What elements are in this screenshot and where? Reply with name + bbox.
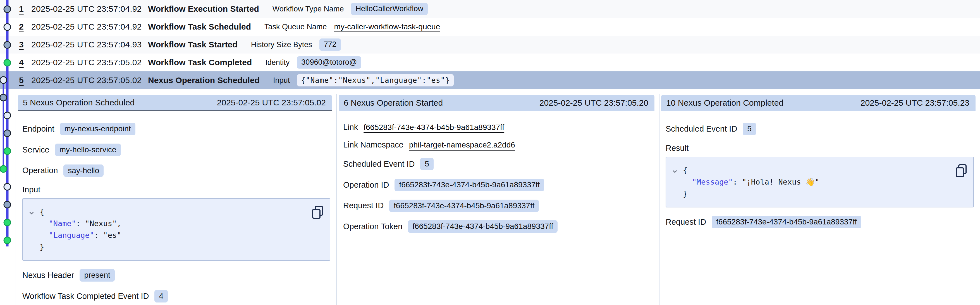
event-row[interactable]: 5 2025-02-25 UTC 23:57:05.02 Nexus Opera… — [0, 71, 980, 89]
detail-field-value: my-nexus-endpoint — [60, 123, 135, 135]
detail-field-value-link[interactable]: phil-target-namespace2.a2dd6 — [409, 141, 515, 149]
event-timestamp: 2025-02-25 UTC 23:57:04.92 — [31, 22, 148, 32]
json-token — [683, 178, 692, 186]
event-row[interactable]: 4 2025-02-25 UTC 23:57:05.02 Workflow Ta… — [0, 54, 980, 71]
event-detail-panel: 6 Nexus Operation Started 2025-02-25 UTC… — [336, 94, 659, 305]
detail-field: Nexus Headerpresent — [22, 269, 330, 281]
event-detail-header[interactable]: 6 Nexus Operation Started 2025-02-25 UTC… — [339, 95, 654, 111]
event-field-value: HelloCallerWorkflow — [351, 3, 428, 15]
event-dot-started[interactable] — [4, 130, 11, 137]
event-name: Workflow Task Completed — [148, 58, 252, 67]
event-id-link[interactable]: 2 — [19, 22, 31, 32]
event-field-value: 30960@totoro@ — [297, 56, 361, 69]
event-field-label: Task Queue Name — [264, 22, 327, 31]
event-list: 1 2025-02-25 UTC 23:57:04.92 Workflow Ex… — [0, 0, 980, 89]
json-token: { — [683, 166, 687, 174]
detail-field-label: Scheduled Event ID — [666, 124, 737, 134]
detail-field: Request IDf665283f-743e-4374-b45b-9a61a8… — [666, 216, 974, 228]
event-row[interactable]: 3 2025-02-25 UTC 23:57:04.93 Workflow Ta… — [0, 36, 980, 54]
collapse-chevron-icon[interactable] — [671, 168, 678, 175]
detail-field-label: Operation ID — [343, 180, 389, 190]
detail-field-label: Operation Token — [343, 222, 402, 231]
detail-field-label: Workflow Task Completed Event ID — [22, 292, 149, 301]
json-code-line: "Name": "Nexus", — [28, 218, 310, 229]
event-dot-scheduled[interactable] — [0, 77, 7, 83]
json-token: : "¡Hola! Nexus 👋" — [733, 178, 819, 186]
event-detail-body: Scheduled Event ID5Result{ "Message": "¡… — [661, 111, 975, 228]
json-token: } — [683, 189, 687, 198]
json-code-line: "Language": "es" — [28, 229, 310, 241]
event-dot-completed[interactable] — [4, 219, 11, 226]
event-dot-completed[interactable] — [4, 148, 11, 155]
detail-field-value: 5 — [743, 123, 756, 135]
event-detail-timestamp: 2025-02-25 UTC 23:57:05.20 — [539, 98, 648, 107]
event-field-value-link[interactable]: my-caller-workflow-task-queue — [334, 22, 440, 31]
event-id-link[interactable]: 3 — [19, 40, 31, 49]
event-field-label: History Size Bytes — [251, 40, 312, 49]
detail-field: Endpointmy-nexus-endpoint — [22, 123, 330, 135]
json-code-block: { "Name": "Nexus", "Language": "es"} — [22, 198, 330, 261]
event-dot-scheduled[interactable] — [4, 183, 11, 190]
json-token: } — [40, 243, 44, 251]
event-field-label: Identity — [265, 58, 290, 67]
event-dot-started[interactable] — [4, 201, 11, 208]
event-dot-started[interactable] — [0, 94, 7, 101]
event-id-link[interactable]: 4 — [19, 58, 31, 67]
event-dot-started[interactable] — [4, 6, 11, 13]
event-detail-title: 6 Nexus Operation Started — [344, 98, 443, 107]
detail-field: Workflow Task Completed Event ID4 — [22, 290, 330, 302]
event-dot-completed[interactable] — [4, 237, 11, 244]
detail-field-label: Request ID — [343, 201, 383, 210]
json-code-block: { "Message": "¡Hola! Nexus 👋"} — [666, 157, 974, 207]
event-field-label: Workflow Type Name — [272, 5, 344, 13]
detail-field-label: Input — [22, 185, 40, 194]
detail-field-value: say-hello — [64, 164, 103, 177]
detail-field-label: Nexus Header — [22, 271, 74, 280]
copy-icon[interactable] — [955, 164, 968, 178]
event-detail-header[interactable]: 10 Nexus Operation Completed 2025-02-25 … — [661, 95, 975, 111]
detail-field-value-link[interactable]: f665283f-743e-4374-b45b-9a61a89337ff — [364, 123, 504, 132]
detail-field-value: my-hello-service — [55, 144, 121, 156]
detail-field-label: Service — [22, 145, 49, 155]
json-token: : "Nexus", — [76, 219, 121, 228]
event-name: Workflow Execution Started — [148, 4, 259, 14]
json-code-line: { — [28, 206, 310, 218]
event-dot-started[interactable] — [4, 41, 11, 48]
detail-field-value: 5 — [420, 158, 434, 170]
detail-field-label: Endpoint — [22, 124, 54, 134]
detail-field-value: f665283f-743e-4374-b45b-9a61a89337ff — [408, 220, 558, 233]
event-dot-completed[interactable] — [0, 166, 7, 172]
json-token — [40, 231, 49, 240]
detail-field: Operationsay-hello — [22, 164, 330, 177]
detail-field: Linkf665283f-743e-4374-b45b-9a61a89337ff — [343, 123, 653, 132]
event-dot-scheduled[interactable] — [4, 112, 11, 119]
event-detail-timestamp: 2025-02-25 UTC 23:57:05.02 — [217, 98, 326, 107]
json-code-line: { — [671, 164, 954, 176]
event-id-link[interactable]: 1 — [19, 4, 31, 14]
json-code-line: } — [28, 241, 310, 253]
event-id-link[interactable]: 5 — [19, 76, 31, 85]
event-field-value: {"Name":"Nexus","Language":"es"} — [297, 74, 454, 87]
detail-field-value: f665283f-743e-4374-b45b-9a61a89337ff — [712, 216, 861, 228]
detail-field-label: Operation — [22, 166, 58, 175]
event-field-value: 772 — [320, 38, 341, 51]
detail-field: Scheduled Event ID5 — [343, 158, 653, 170]
event-field-label: Input — [273, 76, 290, 85]
event-row[interactable]: 2 2025-02-25 UTC 23:57:04.92 Workflow Ta… — [0, 18, 980, 36]
event-detail-title: 10 Nexus Operation Completed — [666, 98, 783, 107]
event-detail-body: Linkf665283f-743e-4374-b45b-9a61a89337ff… — [339, 111, 654, 233]
event-detail-header[interactable]: 5 Nexus Operation Scheduled 2025-02-25 U… — [18, 95, 332, 111]
detail-field: Request IDf665283f-743e-4374-b45b-9a61a8… — [343, 200, 653, 212]
json-code-line: } — [671, 188, 954, 200]
json-key: "Language" — [49, 231, 94, 240]
event-dot-scheduled[interactable] — [4, 24, 11, 30]
collapse-chevron-icon[interactable] — [28, 209, 35, 217]
detail-field: Scheduled Event ID5 — [666, 123, 974, 135]
event-detail-panel: 10 Nexus Operation Completed 2025-02-25 … — [659, 94, 980, 305]
event-row[interactable]: 1 2025-02-25 UTC 23:57:04.92 Workflow Ex… — [0, 0, 980, 18]
copy-icon[interactable] — [311, 205, 324, 220]
event-detail-timestamp: 2025-02-25 UTC 23:57:05.23 — [861, 98, 969, 107]
event-dot-completed[interactable] — [4, 59, 11, 66]
event-timestamp: 2025-02-25 UTC 23:57:04.93 — [31, 40, 148, 49]
event-timeline-graph — [0, 0, 16, 305]
